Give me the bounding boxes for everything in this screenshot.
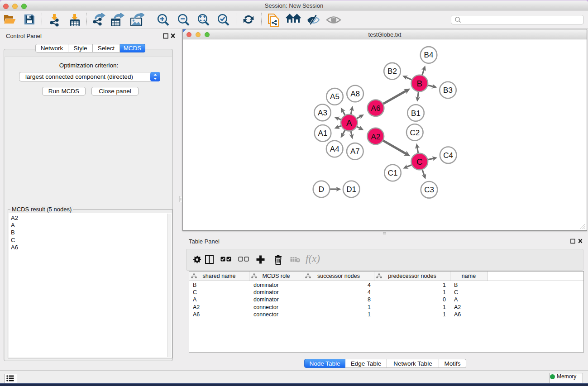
- svg-text:B3: B3: [443, 86, 453, 95]
- svg-text:A1: A1: [318, 129, 328, 138]
- svg-text:B4: B4: [424, 51, 434, 59]
- svg-text:A7: A7: [350, 147, 360, 156]
- svg-text:C: C: [416, 157, 423, 167]
- svg-text:A2: A2: [371, 133, 380, 141]
- svg-text:A5: A5: [330, 92, 339, 101]
- svg-text:A: A: [346, 118, 352, 128]
- svg-text:C3: C3: [424, 186, 434, 194]
- svg-text:A3: A3: [318, 109, 327, 117]
- svg-text:C2: C2: [410, 129, 420, 137]
- svg-text:B1: B1: [411, 109, 421, 118]
- svg-text:C4: C4: [443, 151, 453, 160]
- svg-text:A8: A8: [350, 90, 360, 98]
- svg-text:A6: A6: [371, 104, 381, 113]
- svg-text:C1: C1: [388, 169, 398, 177]
- svg-text:A4: A4: [330, 145, 339, 153]
- svg-text:B: B: [416, 79, 422, 88]
- svg-text:D1: D1: [346, 185, 356, 194]
- svg-text:D: D: [319, 185, 324, 194]
- svg-text:B2: B2: [387, 67, 397, 76]
